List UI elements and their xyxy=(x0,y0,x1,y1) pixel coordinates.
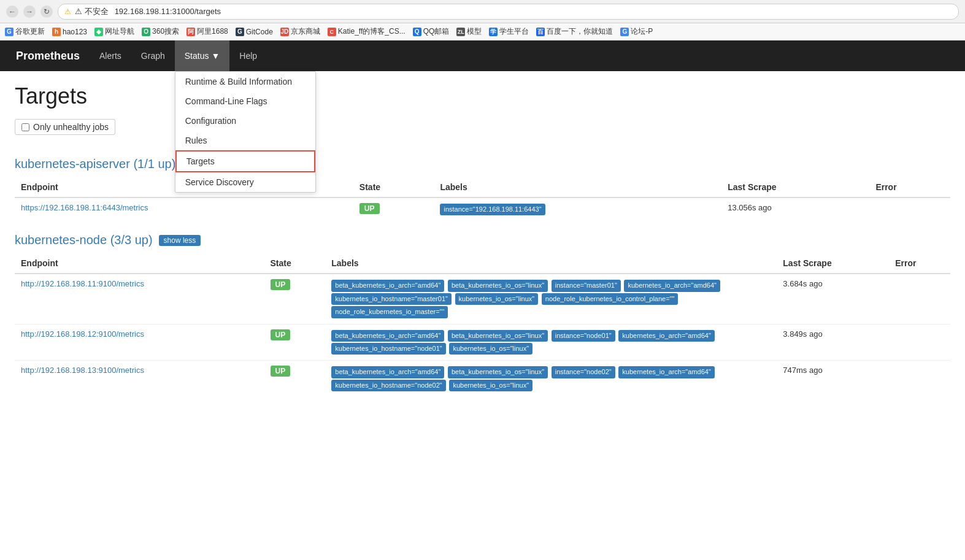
section-heading-apiserver: kubernetes-apiserver (1/1 up) xyxy=(15,157,950,171)
browser-bar: ← → ↻ ⚠ ⚠ 不安全 192.168.198.11:31000/targe… xyxy=(0,0,965,23)
last-scrape-cell: 13.056s ago xyxy=(721,198,869,221)
endpoint-link[interactable]: http://192.168.198.12:9100/metrics xyxy=(21,329,144,339)
bookmark-label: 360搜索 xyxy=(152,26,179,37)
bookmark-icon: Q xyxy=(413,28,421,36)
navbar-brand[interactable]: Prometheus xyxy=(6,40,90,71)
section-heading-link-node[interactable]: kubernetes-node (3/3 up) xyxy=(15,233,153,247)
navbar-alerts[interactable]: Alerts xyxy=(90,40,131,71)
navbar-graph[interactable]: Graph xyxy=(131,40,175,71)
url-text: 192.168.198.11:31000/targets xyxy=(115,7,221,16)
last-scrape-cell: 3.684s ago xyxy=(777,274,889,324)
bookmark-google-update[interactable]: G 谷歌更新 xyxy=(5,26,45,37)
bookmark-student[interactable]: 学 学生平台 xyxy=(489,26,529,37)
bookmark-360[interactable]: O 360搜索 xyxy=(142,26,179,37)
label-tag: kubernetes_io_os="linux" xyxy=(449,380,532,391)
label-tag: kubernetes_io_os="linux" xyxy=(449,343,532,355)
bookmark-label: 论坛-P xyxy=(631,26,653,37)
bookmark-icon: h xyxy=(52,28,61,36)
bookmark-icon: C xyxy=(328,28,336,36)
back-button[interactable]: ← xyxy=(6,6,18,18)
col-last-scrape: Last Scrape xyxy=(721,177,869,198)
page-title: Targets xyxy=(15,83,950,109)
endpoint-cell: http://192.168.198.11:9100/metrics xyxy=(15,274,264,324)
label-tag: kubernetes_io_hostname="node01" xyxy=(331,343,445,355)
dropdown-rules[interactable]: Rules xyxy=(175,131,315,150)
bookmark-label: GitCode xyxy=(246,28,273,36)
navbar-status[interactable]: Status ▼ xyxy=(175,40,230,71)
security-warning-text: ⚠ 不安全 xyxy=(75,6,109,17)
only-unhealthy-checkbox[interactable] xyxy=(21,123,29,131)
error-cell xyxy=(889,324,950,361)
dropdown-arrow-icon: ▼ xyxy=(211,51,220,61)
bookmark-hao123[interactable]: h hao123 xyxy=(52,28,87,36)
address-bar[interactable]: ⚠ ⚠ 不安全 192.168.198.11:31000/targets xyxy=(58,4,959,20)
endpoint-link[interactable]: https://192.168.198.11:6443/metrics xyxy=(21,203,148,212)
label-tag: kubernetes_io_hostname="master01" xyxy=(331,293,452,305)
apiserver-table: Endpoint State Labels Last Scrape Error … xyxy=(15,177,950,221)
labels-cell: beta_kubernetes_io_arch="amd64" beta_kub… xyxy=(325,324,777,361)
bookmark-label: 京东商城 xyxy=(291,26,320,37)
label-tag: instance="master01" xyxy=(552,280,621,291)
endpoint-link[interactable]: http://192.168.198.11:9100/metrics xyxy=(21,279,144,288)
bookmark-label: Katie_ff的博客_CS... xyxy=(338,26,406,37)
dropdown-runtime[interactable]: Runtime & Build Information xyxy=(175,72,315,91)
bookmark-icon: G xyxy=(620,28,629,36)
last-scrape-cell: 747ms ago xyxy=(777,361,889,397)
navbar: Prometheus Alerts Graph Status ▼ Runtime… xyxy=(0,40,965,71)
section-kubernetes-apiserver: kubernetes-apiserver (1/1 up) Endpoint S… xyxy=(15,157,950,221)
col-state: State xyxy=(353,177,434,198)
bookmark-gitcode[interactable]: G GitCode xyxy=(236,28,273,36)
section-heading-node: kubernetes-node (3/3 up) show less xyxy=(15,233,950,247)
bookmark-icon: 百 xyxy=(536,28,545,36)
label-tag: beta_kubernetes_io_os="linux" xyxy=(448,366,548,378)
state-badge: UP xyxy=(271,329,291,340)
state-badge: UP xyxy=(359,203,380,214)
dropdown-service-discovery[interactable]: Service Discovery xyxy=(175,172,315,192)
last-scrape-cell: 3.849s ago xyxy=(777,324,889,361)
dropdown-config[interactable]: Configuration xyxy=(175,111,315,131)
dropdown-targets[interactable]: Targets xyxy=(175,150,315,172)
state-cell: UP xyxy=(264,361,326,397)
label-tag: beta_kubernetes_io_arch="amd64" xyxy=(331,280,444,291)
table-row: http://192.168.198.11:9100/metrics UP be… xyxy=(15,274,950,324)
bookmark-ali[interactable]: 阿 阿里1688 xyxy=(186,26,228,37)
bookmark-qq[interactable]: Q QQ邮箱 xyxy=(413,26,450,37)
table-header-row: Endpoint State Labels Last Scrape Error xyxy=(15,253,950,274)
bookmark-icon: ◆ xyxy=(94,28,103,36)
dropdown-cmdline[interactable]: Command-Line Flags xyxy=(175,91,315,111)
reload-button[interactable]: ↻ xyxy=(40,6,53,18)
bookmark-jd[interactable]: JD 京东商城 xyxy=(280,26,320,37)
bookmark-label: 模型 xyxy=(467,26,482,37)
only-unhealthy-label: Only unhealthy jobs xyxy=(33,122,109,132)
col-error: Error xyxy=(869,177,950,198)
navbar-status-dropdown-container: Status ▼ Runtime & Build Information Com… xyxy=(175,40,230,71)
bookmark-label: QQ邮箱 xyxy=(423,26,450,37)
bookmark-model[interactable]: ZL 模型 xyxy=(456,26,482,37)
endpoint-link[interactable]: http://192.168.198.13:9100/metrics xyxy=(21,366,144,375)
bookmark-icon: JD xyxy=(280,28,289,36)
label-tag: instance="node01" xyxy=(552,330,615,342)
bookmark-icon: G xyxy=(236,28,244,36)
state-badge: UP xyxy=(271,366,291,377)
bookmark-icon: G xyxy=(5,28,13,36)
bookmark-label: 百度一下，你就知道 xyxy=(547,26,613,37)
label-tag: beta_kubernetes_io_os="linux" xyxy=(448,280,548,291)
status-dropdown-menu: Runtime & Build Information Command-Line… xyxy=(175,71,316,193)
navbar-help[interactable]: Help xyxy=(229,40,267,71)
bookmark-forum[interactable]: G 论坛-P xyxy=(620,26,653,37)
only-unhealthy-checkbox-label[interactable]: Only unhealthy jobs xyxy=(15,119,115,135)
bookmark-icon: 学 xyxy=(489,28,498,36)
section-heading-link-apiserver[interactable]: kubernetes-apiserver (1/1 up) xyxy=(15,157,175,171)
label-tag: beta_kubernetes_io_os="linux" xyxy=(448,330,548,342)
forward-button[interactable]: → xyxy=(23,6,36,18)
error-cell xyxy=(889,274,950,324)
bookmark-nav[interactable]: ◆ 网址导航 xyxy=(94,26,134,37)
bookmark-icon: 阿 xyxy=(186,28,195,36)
col-labels: Labels xyxy=(434,177,721,198)
endpoint-cell: http://192.168.198.13:9100/metrics xyxy=(15,361,264,397)
show-less-button[interactable]: show less xyxy=(159,235,201,246)
label-tag: instance="node02" xyxy=(552,366,615,378)
label-tag: node_role_kubernetes_io_control_plane="" xyxy=(542,293,679,305)
bookmark-katie[interactable]: C Katie_ff的博客_CS... xyxy=(328,26,406,37)
bookmark-baidu[interactable]: 百 百度一下，你就知道 xyxy=(536,26,613,37)
